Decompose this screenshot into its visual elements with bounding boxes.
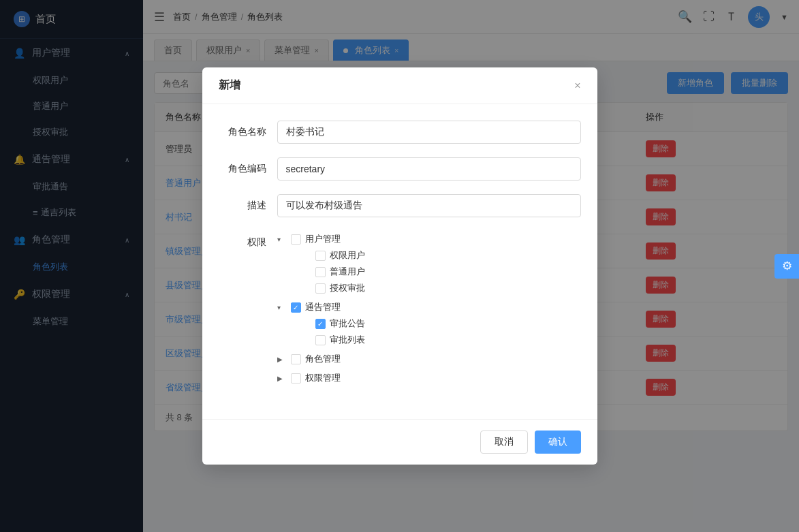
perm-node: ▶权限管理 [277,370,581,386]
perm-child-row: 授权审批 [302,280,581,296]
perm-checkbox[interactable] [291,234,301,245]
perm-label: 通告管理 [305,301,341,313]
modal: 新增 × 角色名称 角色编码 描述 权限 ▾用户管理权限用户普 [202,67,597,465]
confirm-button[interactable]: 确认 [535,431,581,454]
perm-toggle-icon[interactable]: ▾ [277,236,287,243]
perm-child-row: 审批公告 [302,315,581,332]
perm-node: ▾用户管理权限用户普通用户授权审批 [277,231,581,296]
perm-toggle-icon[interactable]: ▶ [277,375,287,382]
perm-child-checkbox[interactable] [315,267,326,277]
role-name-input[interactable] [277,121,581,144]
perm-toggle-icon[interactable]: ▶ [277,356,287,363]
perm-child-row: 普通用户 [302,264,581,280]
cancel-button[interactable]: 取消 [480,431,528,454]
form-row-code: 角色编码 [219,157,581,181]
perm-label: 权限 [219,231,266,249]
perm-node: ▶角色管理 [277,351,581,367]
modal-title: 新增 [219,78,240,93]
modal-header: 新增 × [202,67,597,104]
perm-child-label: 审批公告 [330,317,365,330]
modal-overlay[interactable]: 新增 × 角色名称 角色编码 描述 权限 ▾用户管理权限用户普 [0,0,799,532]
role-code-input[interactable] [277,157,581,181]
code-label: 角色编码 [219,157,266,175]
perm-label: 权限管理 [305,372,341,384]
gear-icon: ⚙ [782,259,792,273]
form-row-desc: 描述 [219,194,581,217]
perm-child-row: 权限用户 [302,247,581,264]
perm-node-row: ▶权限管理 [277,370,581,386]
perm-child-label: 授权审批 [330,282,365,294]
modal-footer: 取消 确认 [202,419,597,465]
settings-gear-button[interactable]: ⚙ [774,254,799,279]
perm-children: 审批公告审批列表 [277,315,581,348]
perm-label: 角色管理 [305,353,341,365]
perm-node-row: ▾用户管理 [277,231,581,247]
modal-body: 角色名称 角色编码 描述 权限 ▾用户管理权限用户普通用户授权审批▾通告管理审批… [202,104,597,419]
name-label: 角色名称 [219,121,266,138]
perm-checkbox[interactable] [291,373,301,384]
perm-child-row: 审批列表 [302,332,581,348]
desc-label: 描述 [219,194,266,212]
perm-node-row: ▾通告管理 [277,299,581,315]
perm-children: 权限用户普通用户授权审批 [277,247,581,296]
perm-child-checkbox[interactable] [315,283,326,294]
perm-child-checkbox[interactable] [315,319,326,329]
perm-checkbox[interactable] [291,354,301,364]
perm-node: ▾通告管理审批公告审批列表 [277,299,581,348]
form-row-perm: 权限 ▾用户管理权限用户普通用户授权审批▾通告管理审批公告审批列表▶角色管理▶权… [219,231,581,389]
perm-label: 用户管理 [305,233,341,245]
form-row-name: 角色名称 [219,121,581,144]
perm-toggle-icon[interactable]: ▾ [277,304,287,311]
permission-tree: ▾用户管理权限用户普通用户授权审批▾通告管理审批公告审批列表▶角色管理▶权限管理 [277,231,581,389]
perm-child-checkbox[interactable] [315,335,326,345]
perm-checkbox[interactable] [291,302,301,313]
perm-child-label: 审批列表 [330,334,365,346]
perm-child-label: 权限用户 [330,249,365,262]
perm-child-label: 普通用户 [330,266,365,278]
perm-node-row: ▶角色管理 [277,351,581,367]
modal-close-button[interactable]: × [574,80,580,92]
role-desc-input[interactable] [277,194,581,217]
perm-child-checkbox[interactable] [315,251,326,261]
